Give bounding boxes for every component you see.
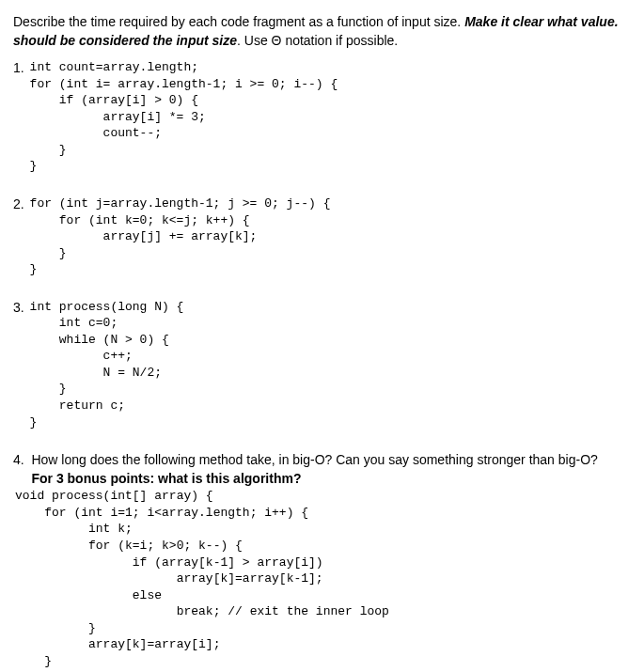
question-4: 4. How long does the following method ta… (13, 451, 631, 672)
instructions-emphasis1: Make it clear what value. (464, 14, 618, 29)
question-4-bonus: For 3 bonus points: what is this algorit… (31, 471, 301, 486)
question-1: 1. int count=array.length; for (int i= a… (13, 59, 631, 175)
question-2: 2. for (int j=array.length-1; j >= 0; j-… (13, 195, 631, 278)
question-3: 3. int process(long N) { int c=0; while … (13, 299, 631, 430)
question-1-num: 1. (13, 59, 24, 78)
question-1-code: int count=array.length; for (int i= arra… (30, 59, 338, 175)
instructions-part2: . Use Θ notation if possible. (237, 33, 398, 48)
question-4-intro: How long does the following method take,… (31, 452, 597, 467)
question-list: 1. int count=array.length; for (int i= a… (13, 59, 631, 672)
instructions: Describe the time required by each code … (13, 13, 631, 50)
question-4-num: 4. (13, 451, 24, 470)
question-3-num: 3. (13, 299, 24, 318)
question-4-code: void process(int[] array) { for (int i=1… (15, 488, 389, 672)
instructions-emphasis2: should be considered the input size (13, 33, 237, 48)
question-2-code: for (int j=array.length-1; j >= 0; j--) … (30, 195, 331, 278)
question-3-code: int process(long N) { int c=0; while (N … (30, 299, 184, 430)
question-2-num: 2. (13, 195, 24, 214)
question-4-prose: 4. How long does the following method ta… (13, 451, 631, 488)
instructions-part1: Describe the time required by each code … (13, 14, 464, 29)
